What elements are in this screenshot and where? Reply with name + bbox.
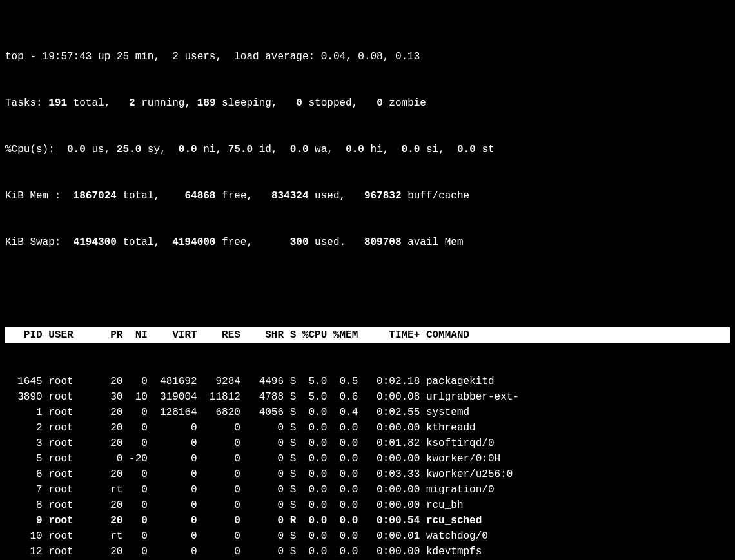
process-row[interactable]: 3890 root 30 10 319004 11812 4788 S 5.0 … <box>5 389 730 405</box>
process-row[interactable]: 3 root 20 0 0 0 0 S 0.0 0.0 0:01.82 ksof… <box>5 436 730 451</box>
process-row[interactable]: 5 root 0 -20 0 0 0 S 0.0 0.0 0:00.00 kwo… <box>5 451 730 467</box>
top-summary-line-mem: KiB Mem : 1867024 total, 64868 free, 834… <box>5 188 730 204</box>
process-table-header[interactable]: PID USER PR NI VIRT RES SHR S %CPU %MEM … <box>5 327 730 343</box>
process-row[interactable]: 7 root rt 0 0 0 0 S 0.0 0.0 0:00.00 migr… <box>5 482 730 497</box>
process-row[interactable]: 1645 root 20 0 481692 9284 4496 S 5.0 0.… <box>5 374 730 389</box>
process-table-body: 1645 root 20 0 481692 9284 4496 S 5.0 0.… <box>5 374 730 560</box>
process-row[interactable]: 9 root 20 0 0 0 0 R 0.0 0.0 0:00.54 rcu_… <box>5 513 730 528</box>
top-summary-line-tasks: Tasks: 191 total, 2 running, 189 sleepin… <box>5 95 730 111</box>
terminal[interactable]: top - 19:57:43 up 25 min, 2 users, load … <box>0 0 735 560</box>
top-summary-line-1: top - 19:57:43 up 25 min, 2 users, load … <box>5 49 730 64</box>
blank-line <box>5 281 730 296</box>
process-row[interactable]: 10 root rt 0 0 0 0 S 0.0 0.0 0:00.01 wat… <box>5 528 730 544</box>
process-row[interactable]: 1 root 20 0 128164 6820 4056 S 0.0 0.4 0… <box>5 405 730 420</box>
process-row[interactable]: 8 root 20 0 0 0 0 S 0.0 0.0 0:00.00 rcu_… <box>5 497 730 513</box>
process-row[interactable]: 2 root 20 0 0 0 0 S 0.0 0.0 0:00.00 kthr… <box>5 420 730 436</box>
process-row[interactable]: 12 root 20 0 0 0 0 S 0.0 0.0 0:00.00 kde… <box>5 544 730 559</box>
top-summary-line-cpu: %Cpu(s): 0.0 us, 25.0 sy, 0.0 ni, 75.0 i… <box>5 142 730 157</box>
top-summary-line-swap: KiB Swap: 4194300 total, 4194000 free, 3… <box>5 235 730 250</box>
process-row[interactable]: 6 root 20 0 0 0 0 S 0.0 0.0 0:03.33 kwor… <box>5 467 730 482</box>
